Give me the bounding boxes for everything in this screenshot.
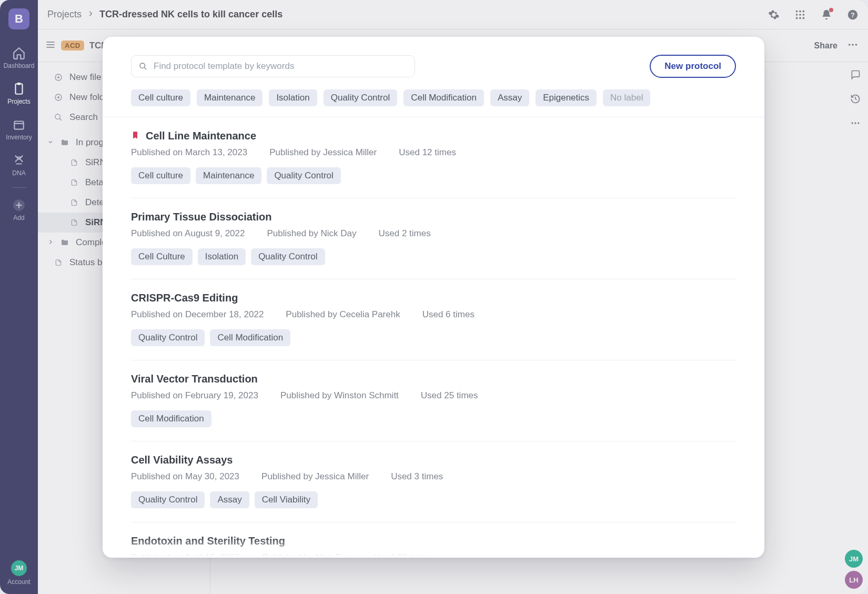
- search-input[interactable]: [154, 61, 407, 72]
- protocol-item[interactable]: Cell Line MaintenancePublished on March …: [131, 117, 736, 198]
- protocol-used-count: Used 6 times: [422, 309, 475, 320]
- protocol-item[interactable]: Endotoxin and Sterility TestingPublished…: [131, 522, 736, 558]
- search-input-wrap[interactable]: [131, 55, 415, 77]
- protocol-used-count: Used 22 times: [374, 552, 431, 558]
- protocol-tags: Quality ControlAssayCell Viability: [131, 491, 736, 508]
- protocol-published-by: Published by Nick Day: [267, 228, 356, 239]
- filter-chip[interactable]: Maintenance: [197, 89, 263, 106]
- filter-chip-no-label[interactable]: No label: [603, 89, 650, 106]
- protocol-published-on: Published on February 19, 2023: [131, 390, 258, 401]
- protocol-published-by: Published by Cecelia Parehk: [286, 309, 400, 320]
- protocol-published-by: Published by Winston Schmitt: [280, 390, 399, 401]
- protocol-published-by: Published by Jessica Miller: [269, 147, 377, 158]
- tag[interactable]: Maintenance: [196, 167, 261, 184]
- protocol-published-by: Published by Jessica Miller: [261, 471, 369, 482]
- protocol-item[interactable]: Cell Viability AssaysPublished on May 30…: [131, 441, 736, 522]
- tag[interactable]: Isolation: [198, 248, 246, 265]
- protocol-title: Cell Line Maintenance: [146, 130, 256, 142]
- protocol-title: CRISPR-Cas9 Editing: [131, 292, 238, 304]
- tag[interactable]: Quality Control: [131, 491, 205, 508]
- protocol-tags: Cell cultureMaintenanceQuality Control: [131, 167, 736, 184]
- filter-chip[interactable]: Cell Modification: [403, 89, 484, 106]
- protocol-used-count: Used 25 times: [421, 390, 478, 401]
- filter-chip-row: Cell cultureMaintenanceIsolationQuality …: [103, 87, 764, 117]
- tag[interactable]: Quality Control: [267, 167, 340, 184]
- protocol-title: Viral Vector Transduction: [131, 373, 258, 385]
- tag[interactable]: Quality Control: [131, 329, 205, 346]
- filter-chip[interactable]: Cell culture: [131, 89, 190, 106]
- protocol-used-count: Used 2 times: [379, 228, 431, 239]
- protocol-published-on: Published on May 30, 2023: [131, 471, 239, 482]
- filter-chip[interactable]: Assay: [490, 89, 529, 106]
- protocol-used-count: Used 12 times: [399, 147, 456, 158]
- protocol-published-on: Published on December 18, 2022: [131, 309, 264, 320]
- protocol-published-on: Published on March 13, 2023: [131, 147, 247, 158]
- protocol-tags: Quality ControlCell Modification: [131, 329, 736, 346]
- protocol-item[interactable]: Viral Vector TransductionPublished on Fe…: [131, 360, 736, 441]
- protocol-published-by: Published by Nick Day: [262, 552, 351, 558]
- protocol-item[interactable]: CRISPR-Cas9 EditingPublished on December…: [131, 279, 736, 360]
- tag[interactable]: Cell Viability: [255, 491, 318, 508]
- tag[interactable]: Assay: [210, 491, 249, 508]
- search-icon: [139, 62, 147, 71]
- filter-chip[interactable]: Quality Control: [324, 89, 397, 106]
- protocol-tags: Cell Modification: [131, 410, 736, 427]
- protocol-tags: Cell CultureIsolationQuality Control: [131, 248, 736, 265]
- tag[interactable]: Cell culture: [131, 167, 190, 184]
- new-protocol-button[interactable]: New protocol: [650, 55, 736, 78]
- protocol-picker-modal: New protocol Cell cultureMaintenanceIsol…: [103, 37, 764, 558]
- tag[interactable]: Cell Modification: [210, 329, 290, 346]
- protocol-title: Primary Tissue Dissociation: [131, 211, 272, 223]
- protocol-published-on: Published on August 9, 2022: [131, 228, 245, 239]
- filter-chip[interactable]: Epigenetics: [536, 89, 597, 106]
- tag[interactable]: Quality Control: [251, 248, 325, 265]
- filter-chip[interactable]: Isolation: [269, 89, 317, 106]
- bookmark-icon: [131, 130, 139, 142]
- tag[interactable]: Cell Culture: [131, 248, 193, 265]
- protocol-title: Cell Viability Assays: [131, 454, 233, 466]
- protocol-published-on: Published on April 15, 2022: [131, 552, 240, 558]
- protocol-item[interactable]: Primary Tissue DissociationPublished on …: [131, 198, 736, 279]
- protocol-list[interactable]: Cell Line MaintenancePublished on March …: [103, 117, 764, 558]
- protocol-used-count: Used 3 times: [391, 471, 443, 482]
- tag[interactable]: Cell Modification: [131, 410, 211, 427]
- protocol-title: Endotoxin and Sterility Testing: [131, 535, 285, 547]
